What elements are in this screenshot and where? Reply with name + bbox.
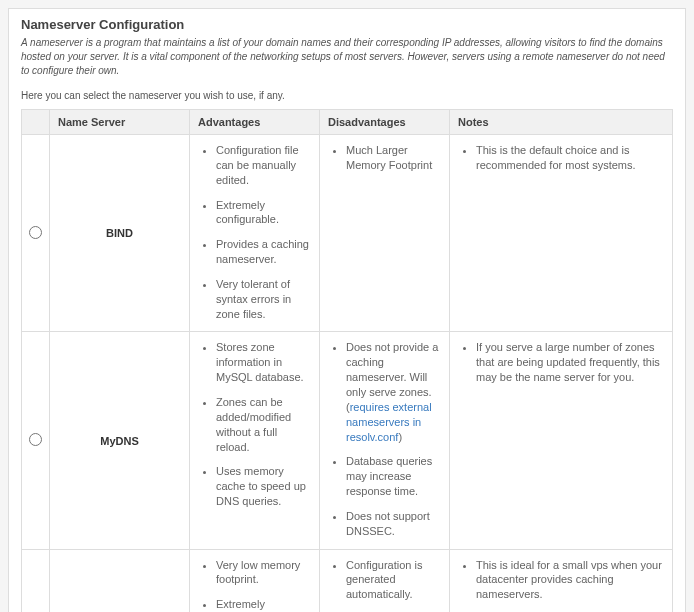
disadvantages-list: Much Larger Memory Footprint — [328, 143, 441, 173]
list-item: Extremely configurable. — [216, 198, 311, 228]
list-item: If you serve a large number of zones tha… — [476, 340, 664, 385]
nameserver-radio-mydns[interactable] — [29, 433, 42, 446]
notes-list: If you serve a large number of zones tha… — [458, 340, 664, 385]
table-row: BINDConfiguration file can be manually e… — [22, 135, 673, 332]
radio-cell — [22, 332, 50, 549]
col-radio — [22, 110, 50, 135]
advantages-cell: Configuration file can be manually edite… — [190, 135, 320, 332]
radio-cell — [22, 135, 50, 332]
disadvantages-cell: Does not provide a caching nameserver. W… — [320, 332, 450, 549]
col-name: Name Server — [50, 110, 190, 135]
page-subheading: Here you can select the nameserver you w… — [21, 90, 673, 101]
page-title: Nameserver Configuration — [21, 17, 673, 32]
notes-list: This is ideal for a small vps when your … — [458, 558, 664, 612]
list-item: Zones can be added/modified without a fu… — [216, 395, 311, 454]
radio-cell — [22, 549, 50, 612]
nameserver-name: NSD — [50, 549, 190, 612]
col-notes: Notes — [450, 110, 673, 135]
notes-cell: If you serve a large number of zones tha… — [450, 332, 673, 549]
list-item: Very low memory footprint. — [216, 558, 311, 588]
list-item: Configuration file can be manually edite… — [216, 143, 311, 188]
list-item: This is ideal for a small vps when your … — [476, 558, 664, 603]
list-item: Does not support DNSSEC. — [346, 509, 441, 539]
list-item: Very tolerant of syntax errors in zone f… — [216, 277, 311, 322]
table-row: NSDVery low memory footprint.Extremely l… — [22, 549, 673, 612]
list-item: Much Larger Memory Footprint — [346, 143, 441, 173]
page-intro: A nameserver is a program that maintains… — [21, 36, 673, 78]
resolv-conf-link[interactable]: requires external nameservers in resolv.… — [346, 401, 432, 443]
list-item: Configuration is generated automatically… — [346, 558, 441, 603]
disadvantages-list: Does not provide a caching nameserver. W… — [328, 340, 441, 538]
advantages-cell: Stores zone information in MySQL databas… — [190, 332, 320, 549]
disadvantages-cell: Much Larger Memory Footprint — [320, 135, 450, 332]
col-advantages: Advantages — [190, 110, 320, 135]
list-item: Stores zone information in MySQL databas… — [216, 340, 311, 385]
config-panel: Nameserver Configuration A nameserver is… — [8, 8, 686, 612]
advantages-list: Configuration file can be manually edite… — [198, 143, 311, 321]
disadvantages-cell: Configuration is generated automatically… — [320, 549, 450, 612]
table-header-row: Name Server Advantages Disadvantages Not… — [22, 110, 673, 135]
list-item: Does not provide a caching nameserver. W… — [346, 340, 441, 444]
list-item: Extremely lightweight. — [216, 597, 311, 612]
list-item: Provides a caching nameserver. — [216, 237, 311, 267]
col-disadvantages: Disadvantages — [320, 110, 450, 135]
notes-cell: This is ideal for a small vps when your … — [450, 549, 673, 612]
nameserver-name: BIND — [50, 135, 190, 332]
advantages-list: Very low memory footprint.Extremely ligh… — [198, 558, 311, 612]
advantages-cell: Very low memory footprint.Extremely ligh… — [190, 549, 320, 612]
list-item: Database queries may increase response t… — [346, 454, 441, 499]
nameserver-name: MyDNS — [50, 332, 190, 549]
nameserver-table: Name Server Advantages Disadvantages Not… — [21, 109, 673, 612]
nameserver-radio-bind[interactable] — [29, 226, 42, 239]
notes-cell: This is the default choice and is recomm… — [450, 135, 673, 332]
table-row: MyDNSStores zone information in MySQL da… — [22, 332, 673, 549]
list-item: This is the default choice and is recomm… — [476, 143, 664, 173]
list-item: Uses memory cache to speed up DNS querie… — [216, 464, 311, 509]
notes-list: This is the default choice and is recomm… — [458, 143, 664, 173]
advantages-list: Stores zone information in MySQL databas… — [198, 340, 311, 508]
disadvantages-list: Configuration is generated automatically… — [328, 558, 441, 612]
